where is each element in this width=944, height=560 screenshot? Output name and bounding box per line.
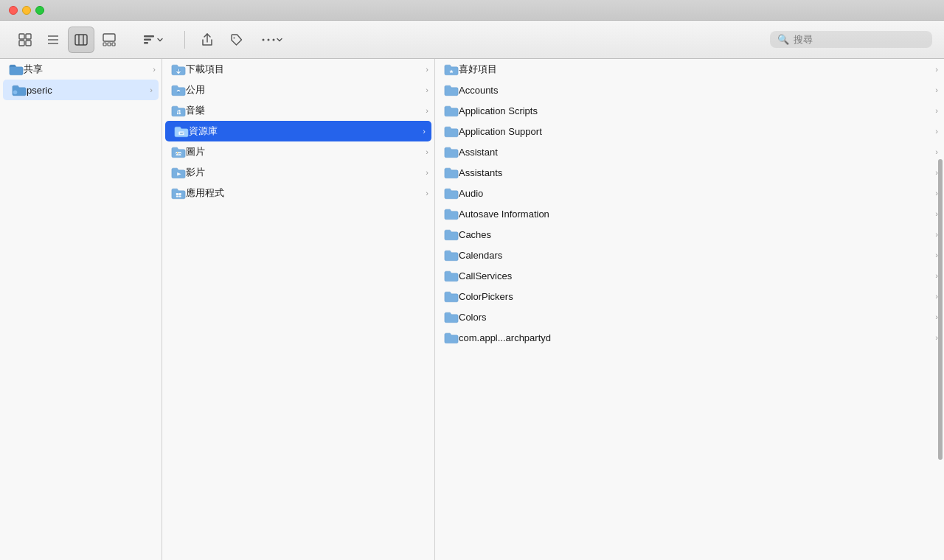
column-3: 喜好項目 › Accounts › Application Scripts › …	[435, 59, 944, 560]
minimize-button[interactable]	[22, 6, 31, 15]
search-icon: 🔍	[777, 34, 789, 45]
row-label: Calendars	[459, 250, 932, 261]
list-item[interactable]: Autosave Information ›	[435, 203, 944, 224]
list-item[interactable]: Accounts ›	[435, 80, 944, 100]
svg-rect-16	[144, 42, 148, 44]
folder-icon	[444, 249, 459, 262]
row-label: Application Scripts	[459, 105, 932, 116]
svg-rect-2	[19, 41, 24, 46]
traffic-lights	[9, 6, 44, 15]
svg-point-21	[13, 90, 17, 94]
list-item[interactable]: Application Scripts ›	[435, 100, 944, 121]
svg-rect-27	[178, 131, 184, 135]
chevron-right-icon: ›	[935, 65, 938, 74]
row-label: 喜好項目	[459, 63, 932, 76]
row-label: 影片	[186, 166, 423, 179]
list-item[interactable]: CallServices ›	[435, 265, 944, 286]
list-item[interactable]: 喜好項目 ›	[435, 59, 944, 80]
list-item[interactable]: 公用 ›	[162, 80, 434, 100]
folder-icon	[171, 84, 186, 97]
gallery-view-button[interactable]	[96, 27, 122, 53]
svg-rect-14	[144, 35, 154, 38]
chevron-right-icon: ›	[935, 147, 938, 156]
svg-rect-13	[112, 43, 115, 46]
folder-icon	[444, 167, 459, 179]
chevron-right-icon: ›	[423, 127, 426, 136]
folder-icon	[444, 63, 459, 76]
svg-rect-34	[178, 193, 181, 195]
separator-1	[184, 31, 185, 49]
list-item[interactable]: Audio ›	[435, 183, 944, 203]
scrollbar[interactable]	[938, 159, 943, 460]
list-item[interactable]: 下載項目 ›	[162, 59, 434, 80]
svg-rect-3	[26, 41, 31, 46]
share-button[interactable]	[194, 27, 221, 53]
folder-icon	[444, 187, 459, 200]
list-item[interactable]: 應用程式 ›	[162, 183, 434, 203]
folder-icon	[171, 167, 186, 179]
row-label: Assistant	[459, 147, 932, 158]
tags-button[interactable]	[223, 27, 250, 53]
close-button[interactable]	[9, 6, 18, 15]
row-label: Caches	[459, 229, 932, 240]
list-item[interactable]: Application Support ›	[435, 121, 944, 141]
sort-button[interactable]	[131, 27, 176, 53]
list-item[interactable]: Colors ›	[435, 307, 944, 327]
list-view-button[interactable]	[40, 27, 66, 53]
column-2: 下載項目 › 公用 › 音樂 ›	[162, 59, 435, 560]
list-item[interactable]: ColorPickers ›	[435, 286, 944, 307]
folder-icon	[444, 332, 459, 344]
folder-icon	[444, 105, 459, 117]
search-input[interactable]	[794, 34, 925, 45]
folder-icon	[444, 311, 459, 323]
list-item[interactable]: com.appl...archpartyd ›	[435, 327, 944, 348]
list-item[interactable]: 圖片 ›	[162, 141, 434, 162]
folder-icon	[9, 63, 24, 76]
svg-rect-10	[103, 34, 115, 41]
row-label: 圖片	[186, 145, 423, 158]
svg-rect-0	[19, 34, 24, 39]
row-label: ColorPickers	[459, 291, 932, 302]
folder-icon	[171, 105, 186, 117]
list-item[interactable]: pseric ›	[3, 80, 159, 100]
folder-icon	[171, 146, 186, 158]
folder-icon	[174, 125, 189, 138]
search-bar[interactable]: 🔍	[770, 31, 932, 48]
maximize-button[interactable]	[35, 6, 44, 15]
chevron-right-icon: ›	[935, 85, 938, 94]
row-label: Application Support	[459, 126, 932, 137]
finder-columns: 共享 › pseric › 下載項目 ›	[0, 59, 944, 560]
row-label: com.appl...archpartyd	[459, 332, 932, 343]
row-label: Assistants	[459, 167, 932, 178]
folder-icon	[444, 290, 459, 303]
folder-icon	[444, 228, 459, 241]
row-label: 下載項目	[186, 63, 423, 76]
folder-icon	[171, 187, 186, 200]
list-item[interactable]: Caches ›	[435, 224, 944, 245]
row-label: 應用程式	[186, 186, 423, 200]
list-item[interactable]: 影片 ›	[162, 162, 434, 183]
list-item[interactable]: 音樂 ›	[162, 100, 434, 121]
svg-point-24	[178, 90, 179, 91]
chevron-right-icon: ›	[153, 65, 156, 74]
svg-point-17	[234, 37, 235, 38]
row-label: 公用	[186, 83, 423, 97]
column-1: 共享 › pseric ›	[0, 59, 162, 560]
more-button[interactable]	[253, 27, 291, 53]
list-item[interactable]: Assistant ›	[435, 141, 944, 162]
icon-view-button[interactable]	[12, 27, 38, 53]
list-item[interactable]: 資源庫 ›	[165, 121, 431, 141]
list-item[interactable]: Calendars ›	[435, 245, 944, 265]
list-item[interactable]: Assistants ›	[435, 162, 944, 183]
row-label: Audio	[459, 188, 932, 199]
svg-rect-35	[176, 195, 178, 197]
svg-point-18	[263, 38, 265, 41]
row-label: Colors	[459, 312, 932, 323]
chevron-right-icon: ›	[150, 85, 153, 94]
row-label: pseric	[27, 85, 147, 96]
list-item[interactable]: 共享 ›	[0, 59, 162, 80]
row-label: 音樂	[186, 104, 423, 117]
column-view-button[interactable]	[68, 27, 94, 53]
svg-point-31	[177, 152, 178, 153]
svg-point-19	[268, 38, 270, 41]
